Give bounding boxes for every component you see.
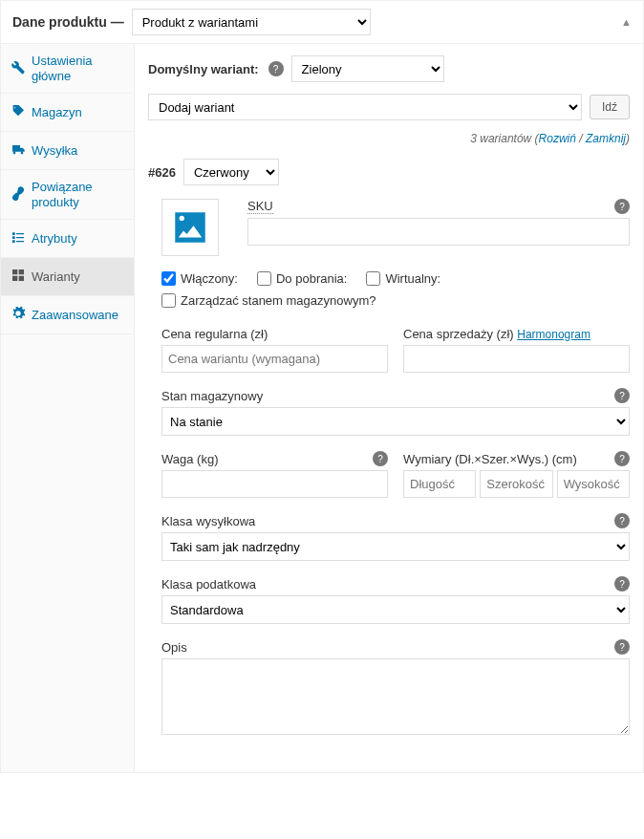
enabled-checkbox[interactable] [161, 271, 176, 286]
panel-body: Ustawienia główne Magazyn Wysyłka Powiąz… [1, 44, 643, 772]
panel-title: Dane produktu — [12, 14, 124, 30]
help-icon[interactable]: ? [614, 576, 630, 592]
help-icon[interactable]: ? [614, 199, 630, 214]
collapse-icon[interactable]: ▲ [621, 16, 632, 28]
wrench-icon [11, 59, 26, 77]
price-row: Cena regularna (zł) Cena sprzedaży (zł) … [161, 327, 630, 373]
sidebar-item-variations[interactable]: Warianty [1, 258, 134, 296]
variant-top-row: SKU ? [161, 199, 630, 256]
downloadable-checkbox[interactable] [257, 271, 271, 286]
regular-price-label: Cena regularna (zł) [161, 327, 388, 341]
tax-class-label-row: Klasa podatkowa ? [161, 576, 630, 592]
virtual-checkbox[interactable] [366, 271, 380, 286]
weight-col: Waga (kg) ? [161, 451, 388, 498]
list-icon [11, 229, 26, 247]
expand-link[interactable]: Rozwiń [539, 132, 576, 145]
variant-image-placeholder[interactable] [161, 199, 219, 256]
manage-stock-checkbox[interactable] [161, 293, 176, 308]
shipping-class-label-row: Klasa wysyłkowa ? [161, 513, 630, 528]
virtual-checkbox-item[interactable]: Wirtualny: [366, 271, 440, 286]
truck-icon [11, 141, 26, 160]
gear-icon [11, 306, 26, 324]
sku-label: SKU [247, 199, 273, 214]
main-content: Domyślny wariant: ? Zielony Dodaj warian… [135, 44, 643, 772]
default-variant-label: Domyślny wariant: [148, 62, 259, 76]
length-input[interactable] [403, 470, 476, 498]
weight-input[interactable] [161, 470, 388, 498]
tax-class-select[interactable]: Standardowa [161, 595, 630, 624]
sidebar-item-label: Magazyn [32, 105, 82, 120]
go-button[interactable]: Idź [590, 95, 630, 119]
sidebar-item-label: Powiązane produkty [32, 180, 124, 209]
sale-price-col: Cena sprzedaży (zł) Harmonogram [403, 327, 630, 373]
checkbox-row-1: Włączony: Do pobrania: Wirtualny: [161, 271, 630, 286]
help-icon[interactable]: ? [614, 451, 630, 466]
sidebar-item-label: Ustawienia główne [32, 54, 124, 83]
description-section: Opis ? [161, 639, 630, 738]
help-icon[interactable]: ? [614, 513, 630, 528]
sku-column: SKU ? [247, 199, 630, 256]
variants-info: 3 wariantów (Rozwiń / Zamknij) [148, 132, 630, 145]
sidebar-item-linked[interactable]: Powiązane produkty [1, 170, 134, 220]
shipping-class-select[interactable]: Taki sam jak nadrzędny [161, 532, 630, 561]
default-variant-select[interactable]: Zielony [291, 55, 444, 82]
regular-price-input[interactable] [161, 345, 388, 373]
sidebar: Ustawienia główne Magazyn Wysyłka Powiąz… [1, 44, 135, 772]
stock-section: Stan magazynowy ? Na stanie [161, 388, 630, 436]
description-label-row: Opis ? [161, 639, 630, 655]
dimensions-inputs [403, 470, 630, 498]
schedule-link[interactable]: Harmonogram [517, 328, 590, 341]
variant-body: SKU ? Włączony: Do pobrania: [148, 199, 630, 738]
help-icon[interactable]: ? [373, 451, 388, 466]
help-icon[interactable]: ? [614, 388, 630, 403]
height-input[interactable] [557, 470, 630, 498]
sidebar-item-label: Zaawansowane [32, 308, 118, 323]
dimensions-col: Wymiary (Dł.×Szer.×Wys.) (cm) ? [403, 451, 630, 498]
sidebar-item-advanced[interactable]: Zaawansowane [1, 296, 134, 334]
weight-dims-row: Waga (kg) ? Wymiary (Dł.×Szer.×Wys.) (cm… [161, 451, 630, 498]
sku-input[interactable] [247, 218, 630, 246]
description-textarea[interactable] [161, 658, 630, 735]
close-link[interactable]: Zamknij [586, 132, 626, 145]
variant-attribute-select[interactable]: Czerwony [183, 159, 279, 185]
add-variant-select[interactable]: Dodaj wariant [148, 94, 582, 120]
shipping-class-section: Klasa wysyłkowa ? Taki sam jak nadrzędny [161, 513, 630, 561]
stock-label-row: Stan magazynowy ? [161, 388, 630, 403]
sku-label-row: SKU ? [247, 199, 630, 214]
variant-id: #626 [148, 165, 176, 180]
regular-price-col: Cena regularna (zł) [161, 327, 388, 373]
variant-header: #626 Czerwony [148, 159, 630, 185]
tag-icon [11, 103, 26, 121]
checkbox-row-2: Zarządzać stanem magazynowym? [161, 293, 630, 308]
default-variant-row: Domyślny wariant: ? Zielony [148, 55, 630, 82]
tax-class-section: Klasa podatkowa ? Standardowa [161, 576, 630, 624]
grid-icon [11, 268, 26, 286]
width-input[interactable] [480, 470, 552, 498]
downloadable-checkbox-item[interactable]: Do pobrania: [257, 271, 347, 286]
dimensions-label-row: Wymiary (Dł.×Szer.×Wys.) (cm) ? [403, 451, 630, 466]
add-variant-row: Dodaj wariant Idź [148, 94, 630, 120]
sale-price-input[interactable] [403, 345, 630, 373]
stock-select[interactable]: Na stanie [161, 407, 630, 436]
product-type-select[interactable]: Produkt z wariantami [132, 9, 371, 35]
enabled-checkbox-item[interactable]: Włączony: [161, 271, 238, 286]
sidebar-item-attributes[interactable]: Atrybuty [1, 220, 134, 258]
help-icon[interactable]: ? [614, 639, 630, 655]
sale-price-label-row: Cena sprzedaży (zł) Harmonogram [403, 327, 630, 341]
image-icon [170, 207, 210, 247]
sidebar-item-inventory[interactable]: Magazyn [1, 94, 134, 132]
sidebar-item-label: Wysyłka [32, 143, 77, 159]
manage-stock-checkbox-item[interactable]: Zarządzać stanem magazynowym? [161, 293, 376, 308]
sidebar-item-label: Atrybuty [32, 231, 77, 247]
sidebar-item-general[interactable]: Ustawienia główne [1, 44, 134, 94]
weight-label-row: Waga (kg) ? [161, 451, 388, 466]
sidebar-item-label: Warianty [32, 269, 80, 285]
product-data-panel: Dane produktu — Produkt z wariantami ▲ U… [0, 0, 644, 773]
help-icon[interactable]: ? [268, 61, 284, 76]
panel-header: Dane produktu — Produkt z wariantami ▲ [1, 1, 643, 44]
sidebar-item-shipping[interactable]: Wysyłka [1, 132, 134, 170]
link-icon [11, 185, 26, 204]
